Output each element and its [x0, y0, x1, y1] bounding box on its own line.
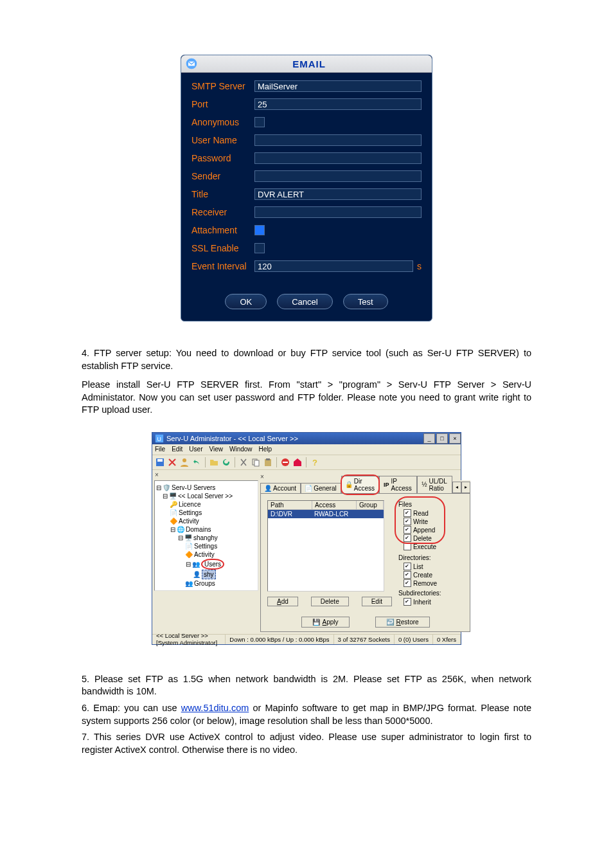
ip-icon: IP: [384, 482, 389, 488]
receiver-input[interactable]: [254, 206, 422, 218]
tab-dir-access[interactable]: 🔒 Dir Access: [341, 476, 379, 493]
lock-icon: 🔒: [346, 482, 352, 488]
tree-domain-shanghy[interactable]: shanghy: [193, 534, 218, 542]
perm-append-checkbox[interactable]: [404, 526, 411, 534]
toolbar-refresh-icon[interactable]: [221, 457, 231, 467]
dir-access-row[interactable]: D:\DVR RWAD-LCR: [268, 510, 384, 518]
servu-tabs: 👤 Account 📄 General 🔒 Dir Access IP: [260, 480, 470, 493]
username-input[interactable]: [254, 134, 422, 146]
toolbar-save-icon[interactable]: [155, 457, 165, 467]
port-input[interactable]: [254, 98, 422, 110]
ok-button[interactable]: OK: [225, 294, 267, 309]
toolbar-stop-icon[interactable]: [280, 457, 290, 467]
toolbar-copy-icon[interactable]: [251, 457, 261, 467]
svg-rect-11: [283, 462, 288, 463]
tree-activity[interactable]: Activity: [179, 517, 199, 525]
tabs-scroll-left[interactable]: ◂: [452, 482, 461, 493]
test-button[interactable]: Test: [343, 294, 388, 309]
groups-icon: 👥: [186, 580, 192, 586]
password-input[interactable]: [254, 152, 422, 164]
edit-button[interactable]: Edit: [362, 597, 392, 606]
ssl-enable-checkbox[interactable]: [254, 243, 265, 253]
key-icon: 🔑: [170, 501, 177, 507]
tab-ip-access[interactable]: IP IP Access: [379, 476, 417, 493]
tree-license[interactable]: Licence: [179, 500, 200, 509]
event-interval-input[interactable]: [254, 260, 413, 272]
dir-access-list[interactable]: Path Access Group D:\DVR RWAD-LCR: [267, 500, 384, 592]
col-group[interactable]: Group: [357, 501, 384, 509]
directories-group-label: Directories:: [398, 554, 441, 562]
toolbar-open-icon[interactable]: [209, 457, 219, 467]
activity-icon: 🔶: [186, 551, 192, 557]
attachment-checkbox[interactable]: [254, 225, 265, 235]
tree-settings[interactable]: Settings: [179, 509, 202, 517]
tab-uldl-ratio[interactable]: ½ UL/DL Ratio: [417, 476, 452, 493]
cancel-button[interactable]: Cancel: [277, 294, 332, 309]
menu-window[interactable]: Window: [229, 446, 253, 453]
tree-users[interactable]: Users: [201, 559, 224, 570]
window-close-button[interactable]: ×: [449, 433, 461, 444]
toolbar-paste-icon[interactable]: [263, 457, 273, 467]
toolbar-home-icon[interactable]: [292, 457, 303, 467]
perm-execute-checkbox[interactable]: [404, 543, 411, 550]
email-icon: [184, 57, 199, 70]
apply-button[interactable]: 💾 Apply: [301, 617, 350, 628]
menu-user[interactable]: User: [189, 446, 202, 453]
toolbar-undo-icon[interactable]: [191, 457, 202, 467]
tree-local-server[interactable]: << Local Server >>: [178, 492, 233, 500]
settings-icon: 📄: [170, 509, 177, 516]
window-maximize-button[interactable]: □: [436, 433, 448, 444]
perm-write-checkbox[interactable]: [404, 518, 411, 525]
perm-create-checkbox[interactable]: [404, 571, 411, 579]
menu-view[interactable]: View: [209, 446, 223, 453]
tab-general[interactable]: 📄 General: [301, 483, 341, 493]
perm-list-checkbox[interactable]: [404, 563, 411, 570]
tree-domain-settings[interactable]: Settings: [194, 542, 217, 550]
tree-domain-activity[interactable]: Activity: [194, 550, 215, 559]
perm-inherit-checkbox[interactable]: [404, 598, 411, 606]
anonymous-checkbox[interactable]: [254, 117, 265, 127]
col-path[interactable]: Path: [268, 501, 312, 509]
permissions-panel: Files Read Write Append Delete Execute D…: [398, 500, 441, 606]
toolbar-delete-icon[interactable]: [167, 457, 177, 467]
svg-rect-9: [266, 458, 270, 460]
perm-remove-checkbox[interactable]: [404, 579, 411, 587]
tree-domains[interactable]: Domains: [186, 525, 211, 534]
tab-account[interactable]: 👤 Account: [260, 483, 301, 493]
attachment-label: Attachment: [191, 225, 254, 235]
sender-input[interactable]: [254, 170, 422, 182]
title-input[interactable]: [254, 188, 422, 200]
emap-link[interactable]: www.51ditu.com: [181, 703, 249, 713]
window-minimize-button[interactable]: _: [423, 433, 435, 444]
tree-root[interactable]: Serv-U Servers: [172, 484, 215, 492]
ssl-enable-label: SSL Enable: [191, 243, 254, 253]
smtp-server-input[interactable]: [254, 80, 422, 92]
add-button[interactable]: AAdddd: [267, 597, 298, 606]
email-dialog-titlebar: EMAIL: [181, 55, 432, 73]
perm-read-checkbox[interactable]: [404, 509, 411, 517]
row-access: RWAD-LCR: [312, 510, 355, 518]
server-root-icon: 🛡️: [163, 484, 170, 491]
menu-help[interactable]: Help: [259, 446, 272, 453]
servu-titlebar[interactable]: U Serv-U Administrator - << Local Server…: [152, 433, 461, 444]
servu-toolbar: ?: [152, 455, 461, 470]
tree-groups[interactable]: Groups: [194, 579, 215, 588]
menu-file[interactable]: File: [155, 446, 165, 453]
menu-edit[interactable]: Edit: [172, 446, 182, 453]
servu-statusbar: << Local Server >> [System Administrator…: [152, 634, 461, 644]
tab-ip-access-label: IP Access: [391, 478, 413, 492]
restore-button[interactable]: ↩️ Restore: [375, 617, 430, 628]
tab-dir-access-label: Dir Access: [354, 478, 375, 492]
servu-tree[interactable]: ⊟🛡️Serv-U Servers ⊟🖥️<< Local Server >> …: [154, 480, 258, 591]
perm-delete-checkbox[interactable]: [404, 534, 411, 542]
toolbar-cut-icon[interactable]: [238, 457, 249, 467]
tabs-scroll-right[interactable]: ▸: [461, 482, 470, 493]
perm-read-label: Read: [413, 509, 429, 518]
event-interval-unit: s: [417, 261, 422, 271]
col-access[interactable]: Access: [312, 501, 357, 509]
tree-user-shy[interactable]: shy: [202, 570, 216, 579]
toolbar-user-icon[interactable]: [179, 457, 190, 467]
toolbar-help-icon[interactable]: ?: [310, 457, 320, 467]
paragraph-step-a: Please install Ser-U FTP SERVER first. F…: [82, 379, 531, 432]
delete-button[interactable]: Delete: [311, 597, 349, 606]
